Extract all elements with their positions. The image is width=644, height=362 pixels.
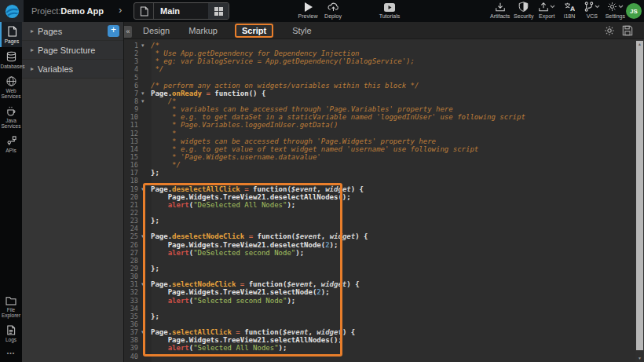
export-label: Export xyxy=(539,13,554,19)
sidebar-item-logs[interactable]: Logs xyxy=(0,321,22,346)
cloud-upload-icon xyxy=(327,2,339,12)
fold-caret-icon[interactable]: ▾ xyxy=(141,186,151,192)
add-page-button[interactable]: + xyxy=(108,25,119,37)
editor-settings-gear-icon[interactable] xyxy=(604,25,615,36)
translate-icon: A xyxy=(564,2,575,12)
line-number: 10 xyxy=(124,113,141,121)
gear-icon xyxy=(607,2,617,12)
settings-button[interactable]: Settings xyxy=(606,2,625,19)
code-text: alert("Selected second Node"); xyxy=(151,297,295,305)
code-text: Page.onReady = function() { xyxy=(151,90,265,97)
page-selector[interactable]: Main xyxy=(134,2,229,20)
export-button[interactable]: Export xyxy=(537,2,556,19)
caret-right-icon[interactable]: ▸ xyxy=(27,46,38,53)
git-branch-icon xyxy=(584,2,594,12)
tutorials-button[interactable]: Tutorials xyxy=(375,2,404,19)
fold-caret-icon[interactable]: ▾ xyxy=(141,233,151,240)
code-line: 33 alert("Selected second Node"); xyxy=(124,297,627,305)
scrollbar-thumb[interactable]: ▲ xyxy=(636,41,643,350)
i18n-label: i18N xyxy=(564,13,575,19)
code-line: 11 * Page.Variables.loggedInUser.getData… xyxy=(124,121,627,129)
code-editor[interactable]: 1▾/*2 * Use App.getDependency for Depend… xyxy=(124,39,644,362)
code-line: 38 Page.Widgets.TreeView21.selectAllNode… xyxy=(124,336,627,344)
user-avatar[interactable]: JS xyxy=(626,3,642,19)
explorer-section-pages[interactable]: ▸ Pages + xyxy=(22,22,123,41)
sidebar-item-file-explorer[interactable]: File Explorer xyxy=(0,292,22,321)
chevron-down-icon xyxy=(550,5,555,9)
tab-script[interactable]: Script xyxy=(235,24,273,38)
code-text: * e.g. to get dataSet in a staticVariabl… xyxy=(151,113,525,121)
line-number: 20 xyxy=(124,193,141,201)
artifacts-button[interactable]: Artifacts xyxy=(490,2,510,19)
line-number: 11 xyxy=(124,121,141,129)
line-number: 35 xyxy=(124,313,141,320)
code-text: * 'Page.Widgets.username.datavalue' xyxy=(151,153,321,161)
line-number: 14 xyxy=(124,145,141,153)
pages-icon xyxy=(7,26,17,37)
fold-caret-icon[interactable]: ▾ xyxy=(141,98,151,104)
security-button[interactable]: Security xyxy=(514,2,533,19)
line-number: 12 xyxy=(124,130,141,137)
explorer-section-variables[interactable]: ▸ Variables xyxy=(22,60,123,79)
chevron-down-icon xyxy=(618,5,624,9)
preview-button[interactable]: Preview xyxy=(294,2,322,19)
chevron-right-icon[interactable]: › xyxy=(119,4,122,16)
code-line: 24 xyxy=(124,225,627,232)
i18n-button[interactable]: A i18N xyxy=(560,2,579,19)
tab-design[interactable]: Design xyxy=(143,26,170,35)
caret-right-icon[interactable]: ▸ xyxy=(27,27,38,35)
scroll-down-arrow-icon[interactable]: ▼ xyxy=(636,355,643,361)
sidebar-item-java-services[interactable]: Java Services xyxy=(0,102,22,132)
code-line: 3 * eg: var DialogService = App.getDepen… xyxy=(124,57,627,65)
save-icon[interactable] xyxy=(622,25,633,36)
line-number: 34 xyxy=(124,305,141,313)
project-name: Demo App xyxy=(60,6,104,16)
line-number: 4 xyxy=(124,65,141,73)
sidebar-item-apis[interactable]: APIs xyxy=(0,132,22,156)
line-number: 9 xyxy=(124,105,141,113)
svg-text:A: A xyxy=(570,5,575,12)
rail-spacer xyxy=(0,156,22,292)
code-text: * xyxy=(151,130,177,137)
grid-icon[interactable] xyxy=(208,3,229,19)
fold-caret-icon[interactable]: ▾ xyxy=(141,329,151,335)
code-line: 25▾Page.deselectNodeClick = function($ev… xyxy=(124,232,627,240)
code-line: 1▾/* xyxy=(124,42,627,49)
code-line: 9 * variables can be accessed through 'P… xyxy=(124,105,627,113)
code-line: 23}; xyxy=(124,217,627,225)
tab-markup[interactable]: Markup xyxy=(188,26,218,35)
vcs-button[interactable]: VCS xyxy=(583,2,602,19)
code-line: 22 xyxy=(124,209,627,217)
deploy-button[interactable]: Deploy xyxy=(319,2,347,19)
fold-caret-icon[interactable]: ▾ xyxy=(141,42,151,49)
fold-caret-icon[interactable]: ▾ xyxy=(141,281,151,287)
tab-style[interactable]: Style xyxy=(292,26,311,35)
sidebar-item-databases[interactable]: Databases xyxy=(0,47,22,72)
explorer-section-page-structure[interactable]: ▸ Page Structure xyxy=(22,41,123,60)
code-line: 4 */ xyxy=(124,65,627,73)
code-text: /* xyxy=(151,97,177,105)
code-line: 21 alert("DeSelected All Nodes"); xyxy=(124,201,627,209)
code-text: */ xyxy=(151,65,163,73)
app-logo[interactable] xyxy=(0,0,24,22)
line-number: 19 xyxy=(124,185,141,193)
code-text: alert("Selected All Nodes"); xyxy=(151,344,287,352)
vertical-scrollbar[interactable]: ▲ ▼ xyxy=(635,39,644,362)
line-number: 13 xyxy=(124,137,141,145)
deploy-label: Deploy xyxy=(324,13,342,19)
topbar: Project:Demo App › Main Preview xyxy=(0,0,644,22)
editor-tabs: Design Markup Script Style xyxy=(124,22,644,39)
sidebar-item-web-services[interactable]: Web Services xyxy=(0,72,22,102)
line-number: 39 xyxy=(124,344,141,352)
caret-right-icon[interactable]: ▸ xyxy=(27,65,38,72)
line-number: 3 xyxy=(124,57,141,65)
collapse-panel-button[interactable]: « xyxy=(124,26,132,38)
fold-caret-icon[interactable]: ▾ xyxy=(141,90,151,97)
line-number: 40 xyxy=(124,353,141,360)
sidebar-item-pages[interactable]: Pages xyxy=(0,22,22,47)
scroll-up-arrow-icon[interactable]: ▲ xyxy=(636,41,643,47)
code-line: 13 * widgets can be accessed through 'Pa… xyxy=(124,137,627,145)
more-options-icon[interactable]: ••• xyxy=(0,346,22,362)
line-number: 8 xyxy=(124,97,141,105)
logs-icon xyxy=(6,325,16,335)
